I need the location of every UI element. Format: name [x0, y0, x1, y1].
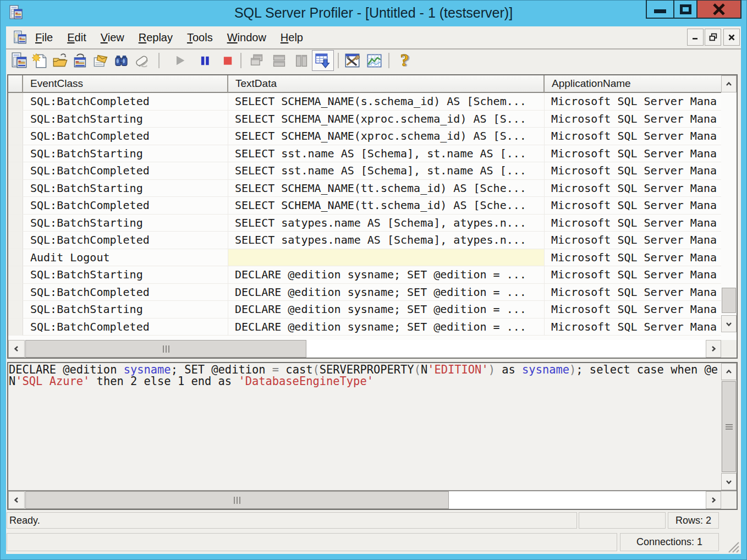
clear-trace-button[interactable]	[132, 51, 151, 70]
export-trace-button[interactable]	[91, 51, 110, 70]
view-chart-button[interactable]	[365, 51, 383, 70]
row-selector-cell	[8, 197, 23, 215]
save-trace-icon	[72, 52, 89, 69]
table-row[interactable]: SQL:BatchStarting DECLARE @edition sysna…	[8, 301, 721, 319]
scroll-up-button[interactable]	[721, 75, 737, 92]
table-row[interactable]: SQL:BatchCompleted DECLARE @edition sysn…	[8, 284, 721, 301]
new-trace-button[interactable]	[30, 51, 49, 70]
row-selector-cell	[8, 128, 23, 145]
menu-item-view[interactable]: View	[94, 27, 131, 48]
close-button[interactable]	[697, 0, 741, 19]
detail-horizontal-scrollbar[interactable]	[8, 491, 737, 509]
table-row[interactable]: SQL:BatchCompleted SELECT satypes.name A…	[8, 232, 721, 249]
menu-item-file[interactable]: File	[28, 27, 60, 48]
start-replay-icon	[171, 52, 188, 69]
minimize-icon	[654, 9, 666, 13]
menu-item-help[interactable]: Help	[273, 27, 310, 48]
table-row[interactable]: SQL:BatchCompleted DECLARE @edition sysn…	[8, 319, 721, 336]
minimize-button[interactable]	[646, 0, 673, 19]
row-selector-header[interactable]	[8, 75, 23, 93]
open-trace-button[interactable]	[51, 51, 69, 70]
detail-vertical-scrollbar[interactable]	[721, 363, 737, 490]
help-button[interactable]: ? ?	[395, 51, 414, 70]
table-row[interactable]: SQL:BatchCompleted SELECT SCHEMA_NAME(xp…	[8, 128, 721, 145]
status2-main-panel	[7, 533, 617, 551]
scroll-down-button[interactable]	[721, 473, 737, 490]
event-class-cell: SQL:BatchCompleted	[23, 284, 228, 301]
table-row[interactable]: SQL:BatchStarting SELECT sst.name AS [Sc…	[8, 145, 721, 163]
grid-horizontal-scrollbar[interactable]	[8, 340, 737, 358]
row-selector-cell	[8, 249, 23, 267]
column-header-textdata[interactable]: TextData	[228, 75, 545, 93]
maximize-icon	[680, 4, 691, 14]
grid-vertical-scrollbar[interactable]	[721, 75, 737, 340]
horizontal-scroll-thumb[interactable]	[25, 340, 306, 358]
mdi-close-button[interactable]	[723, 29, 740, 46]
menu-item-edit[interactable]: Edit	[60, 27, 93, 48]
start-replay-button[interactable]	[170, 51, 189, 70]
help-icon: ? ?	[396, 52, 413, 69]
scroll-up-button[interactable]	[721, 363, 737, 380]
text-data-cell	[228, 249, 545, 267]
menu-bar: FileEditViewReplayToolsWindowHelp	[6, 26, 741, 48]
table-row[interactable]: SQL:BatchStarting SELECT satypes.name AS…	[8, 215, 721, 232]
table-row[interactable]: SQL:BatchStarting SELECT SCHEMA_NAME(tt.…	[8, 180, 721, 197]
chevron-left-icon	[13, 345, 20, 353]
vertical-scroll-thumb[interactable]	[722, 288, 736, 313]
cascade-windows-icon	[248, 52, 265, 69]
table-row[interactable]: SQL:BatchCompleted SELECT SCHEMA_NAME(s.…	[8, 93, 721, 111]
organize-columns-button[interactable]	[343, 51, 361, 70]
menu-item-window[interactable]: Window	[220, 27, 273, 48]
tile-horizontally-button[interactable]	[270, 51, 288, 70]
table-row[interactable]: SQL:BatchStarting DECLARE @edition sysna…	[8, 266, 721, 284]
text-data-cell: SELECT satypes.name AS [Schema], atypes.…	[228, 215, 545, 232]
mdi-child-icon[interactable]	[13, 30, 28, 45]
horizontal-scroll-thumb[interactable]	[25, 491, 449, 509]
cascade-windows-button[interactable]	[247, 51, 266, 70]
scroll-right-button[interactable]	[706, 491, 721, 509]
application-name-cell: Microsoft SQL Server Mana	[545, 215, 721, 232]
maximize-button[interactable]	[673, 0, 697, 19]
chevron-down-icon	[725, 478, 733, 486]
menu-item-tools[interactable]: Tools	[180, 27, 220, 48]
vertical-scroll-thumb[interactable]	[722, 381, 736, 472]
chevron-up-icon	[725, 368, 733, 376]
column-header-applicationname[interactable]: ApplicationName	[545, 75, 721, 93]
save-trace-button[interactable]	[71, 51, 90, 70]
text-data-cell: SELECT SCHEMA_NAME(xproc.schema_id) AS […	[228, 128, 545, 145]
mdi-minimize-button[interactable]	[687, 29, 704, 46]
column-header-eventclass[interactable]: EventClass	[23, 75, 228, 93]
event-class-cell: SQL:BatchStarting	[23, 301, 228, 319]
application-name-cell: Microsoft SQL Server Mana	[545, 301, 721, 319]
code-content[interactable]: DECLARE @edition sysname; SET @edition =…	[9, 364, 720, 488]
trace-properties-icon	[11, 52, 28, 69]
application-name-cell: Microsoft SQL Server Mana	[545, 180, 721, 197]
resize-grip[interactable]	[726, 539, 740, 553]
trace-properties-button[interactable]	[10, 51, 29, 70]
scroll-left-button[interactable]	[8, 491, 25, 509]
mdi-restore-button[interactable]	[705, 29, 721, 46]
mdi-restore-icon	[709, 33, 717, 41]
text-data-cell: SELECT sst.name AS [Schema], st.name AS …	[228, 162, 545, 180]
table-row[interactable]: SQL:BatchCompleted SELECT SCHEMA_NAME(tt…	[8, 197, 721, 215]
event-class-cell: SQL:BatchStarting	[23, 145, 228, 163]
text-data-cell: SELECT satypes.name AS [Schema], atypes.…	[228, 232, 545, 249]
table-row[interactable]: SQL:BatchStarting SELECT SCHEMA_NAME(xpr…	[8, 111, 721, 128]
find-button[interactable]	[112, 51, 130, 70]
tile-vertically-button[interactable]	[292, 51, 310, 70]
text-data-cell: SELECT SCHEMA_NAME(xproc.schema_id) AS […	[228, 111, 545, 128]
application-name-cell: Microsoft SQL Server Mana	[545, 284, 721, 301]
menu-item-replay[interactable]: Replay	[131, 27, 180, 48]
text-data-cell: DECLARE @edition sysname; SET @edition =…	[228, 266, 545, 284]
table-row[interactable]: SQL:BatchCompleted SELECT sst.name AS [S…	[8, 162, 721, 180]
toolbar-separator	[158, 53, 160, 68]
pause-trace-button[interactable]	[195, 51, 214, 70]
stop-trace-button[interactable]	[218, 51, 237, 70]
auto-scroll-button[interactable]	[312, 50, 334, 71]
scroll-down-button[interactable]	[721, 315, 737, 332]
scroll-right-button[interactable]	[706, 340, 721, 358]
event-class-cell: SQL:BatchStarting	[23, 180, 228, 197]
scroll-left-button[interactable]	[8, 340, 25, 358]
open-trace-icon	[52, 52, 69, 69]
table-row[interactable]: Audit Logout Microsoft SQL Server Mana	[8, 249, 721, 267]
